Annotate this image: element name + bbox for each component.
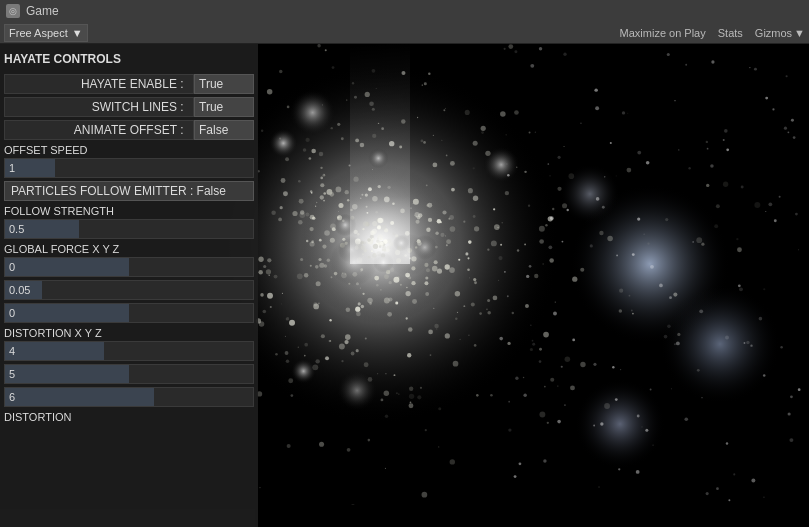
stats-button[interactable]: Stats (714, 25, 747, 41)
toolbar-left: Free Aspect ▼ (4, 24, 620, 42)
follow-strength-value: 0.5 (9, 223, 24, 235)
animate-offset-value-cell[interactable]: False (194, 120, 254, 140)
hayate-enable-label: HAYATE ENABLE (81, 77, 177, 91)
follow-strength-label: FOLLOW STRENGTH (4, 205, 254, 217)
particles-follow-toggle[interactable]: PARTICLES FOLLOW EMITTER : False (4, 181, 254, 201)
distortion-z-field[interactable]: 6 (4, 387, 254, 407)
toolbar-right: Maximize on Play Stats Gizmos ▼ (620, 25, 805, 41)
animate-offset-label-cell: ANIMATE OFFSET : (4, 120, 194, 140)
toolbar: Free Aspect ▼ Maximize on Play Stats Giz… (0, 22, 809, 44)
offset-speed-value: 1 (9, 162, 15, 174)
left-panel: HAYATE CONTROLS HAYATE ENABLE : True SWI… (0, 44, 258, 527)
hayate-enable-value-cell[interactable]: True (194, 74, 254, 94)
switch-lines-row: SWITCH LINES : True (4, 97, 254, 117)
animate-offset-value: False (199, 123, 228, 137)
switch-lines-value-cell[interactable]: True (194, 97, 254, 117)
particles-follow-value: False (197, 184, 226, 198)
switch-lines-value: True (199, 100, 223, 114)
animate-offset-label: ANIMATE OFFSET (74, 123, 177, 137)
global-force-x-field[interactable]: 0 (4, 257, 254, 277)
hayate-enable-label-cell: HAYATE ENABLE : (4, 74, 194, 94)
aspect-dropdown[interactable]: Free Aspect ▼ (4, 24, 88, 42)
game-icon: ◎ (6, 4, 20, 18)
main-area: HAYATE CONTROLS HAYATE ENABLE : True SWI… (0, 44, 809, 527)
offset-speed-field[interactable]: 1 (4, 158, 254, 178)
maximize-on-play-button[interactable]: Maximize on Play (620, 27, 706, 39)
global-force-z-value: 0 (9, 307, 15, 319)
distortion-z-value: 6 (9, 391, 15, 403)
particles-follow-label: PARTICLES FOLLOW EMITTER (11, 184, 187, 198)
global-force-label: GLOBAL FORCE X Y Z (4, 243, 254, 255)
global-force-x-value: 0 (9, 261, 15, 273)
distortion-y-value: 5 (9, 368, 15, 380)
aspect-label: Free Aspect (9, 27, 68, 39)
hayate-enable-value: True (199, 77, 223, 91)
hayate-enable-colon: : (177, 77, 187, 91)
distortion-xyz-label: DISTORTION X Y Z (4, 327, 254, 339)
global-force-z-field[interactable]: 0 (4, 303, 254, 323)
distortion-x-field[interactable]: 4 (4, 341, 254, 361)
dropdown-arrow: ▼ (72, 27, 83, 39)
hayate-enable-row: HAYATE ENABLE : True (4, 74, 254, 94)
global-force-y-field[interactable]: 0.05 (4, 280, 254, 300)
gizmos-label: Gizmos (755, 27, 792, 39)
window-title: Game (26, 4, 59, 18)
offset-speed-label: OFFSET SPEED (4, 144, 254, 156)
panel-title: HAYATE CONTROLS (4, 50, 254, 68)
gizmos-dropdown[interactable]: Gizmos ▼ (755, 27, 805, 39)
distortion-y-field[interactable]: 5 (4, 364, 254, 384)
animate-offset-row: ANIMATE OFFSET : False (4, 120, 254, 140)
gizmos-arrow: ▼ (794, 27, 805, 39)
follow-strength-field[interactable]: 0.5 (4, 219, 254, 239)
title-bar: ◎ Game (0, 0, 809, 22)
distortion-x-value: 4 (9, 345, 15, 357)
distortion-label: DISTORTION (4, 411, 254, 423)
global-force-y-value: 0.05 (9, 284, 30, 296)
switch-lines-label: SWITCH LINES (92, 100, 177, 114)
switch-lines-label-cell: SWITCH LINES : (4, 97, 194, 117)
